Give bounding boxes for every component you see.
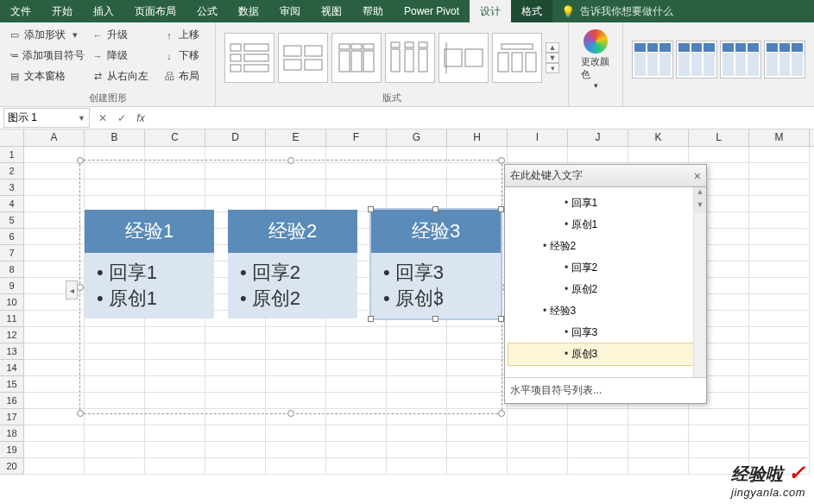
style-thumb[interactable] <box>764 41 805 79</box>
cell[interactable] <box>24 360 85 376</box>
col-header[interactable]: D <box>205 129 266 146</box>
fx-button[interactable]: fx <box>131 112 150 124</box>
cell[interactable] <box>689 409 749 425</box>
cell[interactable] <box>628 147 689 163</box>
change-colors-button[interactable]: 更改颜色 ▾ <box>574 26 617 93</box>
col-header[interactable]: J <box>568 129 628 146</box>
style-thumb[interactable] <box>632 41 673 79</box>
layout-thumb[interactable] <box>385 33 435 83</box>
col-header[interactable]: H <box>447 129 508 146</box>
outline-item[interactable]: 原创3 <box>508 343 703 365</box>
tab-design[interactable]: 设计 <box>470 0 511 22</box>
tab-home[interactable]: 开始 <box>41 0 83 22</box>
cell[interactable] <box>145 442 205 458</box>
cell[interactable] <box>387 425 447 442</box>
gallery-more-button[interactable]: ▾ <box>546 63 559 73</box>
row-header[interactable]: 8 <box>0 261 24 278</box>
col-header[interactable]: F <box>326 129 387 146</box>
cell[interactable] <box>266 442 326 458</box>
tab-help[interactable]: 帮助 <box>352 0 394 22</box>
outline-item[interactable]: 原创2 <box>508 279 703 300</box>
cell[interactable] <box>628 442 689 458</box>
text-pane-header[interactable]: 在此处键入文字 × <box>505 165 706 187</box>
resize-handle[interactable] <box>287 157 294 164</box>
cancel-button[interactable]: ✕ <box>93 112 112 124</box>
cell[interactable] <box>689 442 749 458</box>
cell[interactable] <box>689 425 749 442</box>
name-box[interactable]: 图示 1 ▼ <box>3 108 90 128</box>
cell[interactable] <box>749 294 810 311</box>
smartart-card[interactable]: 经验2 回享2 原创2 <box>228 210 357 318</box>
cell[interactable] <box>749 343 810 360</box>
tab-insert[interactable]: 插入 <box>83 0 124 22</box>
cell[interactable] <box>749 163 810 180</box>
cell[interactable] <box>24 212 85 229</box>
cell[interactable] <box>24 458 85 475</box>
cell[interactable] <box>749 327 810 343</box>
cell[interactable] <box>749 229 810 245</box>
cell[interactable] <box>749 245 810 261</box>
resize-handle[interactable] <box>498 410 505 417</box>
cell[interactable] <box>145 458 205 475</box>
cell[interactable] <box>326 425 387 442</box>
row-header[interactable]: 18 <box>0 425 24 442</box>
outline-item[interactable]: 原创1 <box>508 214 703 236</box>
layouts-gallery[interactable]: ▲ ▼ ▾ <box>221 26 563 90</box>
cell[interactable] <box>447 458 508 475</box>
cell[interactable] <box>749 376 810 393</box>
outline-item[interactable]: 回享2 <box>508 257 703 279</box>
cell[interactable] <box>326 458 387 475</box>
cell[interactable] <box>628 409 689 425</box>
cell[interactable] <box>628 425 689 442</box>
col-header[interactable]: G <box>387 129 447 146</box>
cell[interactable] <box>24 245 85 261</box>
cell[interactable] <box>568 425 628 442</box>
resize-handle[interactable] <box>77 410 84 417</box>
row-header[interactable]: 12 <box>0 327 24 343</box>
tab-data[interactable]: 数据 <box>228 0 269 22</box>
cell[interactable] <box>749 196 810 212</box>
col-header[interactable]: L <box>689 129 749 146</box>
gallery-down-button[interactable]: ▼ <box>546 53 559 63</box>
row-header[interactable]: 16 <box>0 393 24 409</box>
cell[interactable] <box>24 409 85 425</box>
cell[interactable] <box>205 442 266 458</box>
row-header[interactable]: 19 <box>0 442 24 458</box>
cell[interactable] <box>508 458 568 475</box>
shape-handle[interactable] <box>498 316 504 322</box>
resize-handle[interactable] <box>77 157 84 164</box>
cell[interactable] <box>749 278 810 294</box>
cell[interactable] <box>24 163 85 180</box>
scroll-up-icon[interactable]: ▲ <box>694 187 706 200</box>
cell[interactable] <box>749 425 810 442</box>
cell[interactable] <box>749 261 810 278</box>
confirm-button[interactable]: ✓ <box>112 112 131 124</box>
tab-powerpivot[interactable]: Power Pivot <box>394 0 470 22</box>
shape-handle[interactable] <box>368 316 374 322</box>
cell[interactable] <box>508 425 568 442</box>
cell[interactable] <box>447 442 508 458</box>
cell[interactable] <box>628 458 689 475</box>
gallery-up-button[interactable]: ▲ <box>546 42 559 53</box>
card-body[interactable]: 回享3 原创3 <box>371 253 501 318</box>
cell[interactable] <box>24 311 85 327</box>
rtl-button[interactable]: ⇄从右向左 <box>88 67 160 85</box>
scroll-down-icon[interactable]: ▼ <box>694 200 706 213</box>
cell[interactable] <box>326 442 387 458</box>
cell[interactable] <box>568 147 628 163</box>
demote-button[interactable]: →降级 <box>88 47 160 65</box>
row-header[interactable]: 2 <box>0 163 24 180</box>
cell[interactable] <box>749 180 810 196</box>
resize-handle[interactable] <box>287 410 294 417</box>
cell[interactable] <box>24 229 85 245</box>
row-header[interactable]: 6 <box>0 229 24 245</box>
row-header[interactable]: 13 <box>0 343 24 360</box>
tell-me-search[interactable]: 💡 告诉我你想要做什么 <box>552 4 673 19</box>
cell[interactable] <box>24 327 85 343</box>
layout-thumb[interactable] <box>224 33 274 83</box>
select-all-corner[interactable] <box>0 129 24 146</box>
cell[interactable] <box>508 442 568 458</box>
cell[interactable] <box>24 261 85 278</box>
text-pane-body[interactable]: 回享1原创1经验2回享2原创2经验3回享3原创3 ▲ ▼ <box>505 187 706 377</box>
cell[interactable] <box>145 425 205 442</box>
